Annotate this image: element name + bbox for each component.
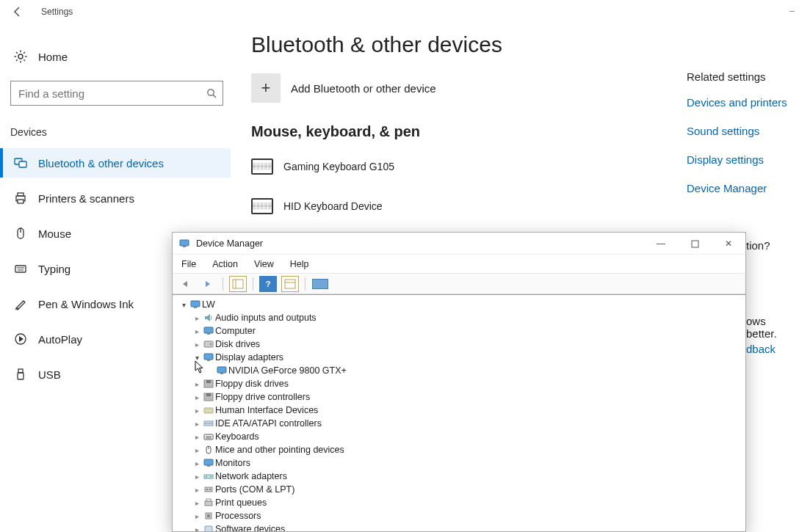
maximize-button[interactable] <box>678 233 712 255</box>
tree-item[interactable]: Print queues <box>178 496 745 509</box>
svg-rect-45 <box>206 393 211 396</box>
caret-right-icon[interactable] <box>192 433 202 441</box>
tb-scan-button[interactable] <box>311 276 329 292</box>
tree-item[interactable]: IDE ATA/ATAPI controllers <box>178 417 745 430</box>
nav-printers-scanners[interactable]: Printers & scanners <box>0 183 231 213</box>
main-content: Bluetooth & other devices + Add Bluetoot… <box>251 32 662 230</box>
caret-right-icon[interactable] <box>192 314 202 322</box>
tree-item[interactable]: Display adapters <box>178 351 745 364</box>
menu-action[interactable]: Action <box>212 259 238 269</box>
tree-item[interactable]: Human Interface Devices <box>178 404 745 417</box>
nav-bluetooth-devices[interactable]: Bluetooth & other devices <box>0 148 231 178</box>
svg-rect-55 <box>207 465 210 467</box>
home-label: Home <box>38 51 68 63</box>
floppy-ctrl-icon <box>202 391 215 403</box>
caret-icon[interactable] <box>178 301 189 309</box>
related-settings: Related settings Devices and printers So… <box>687 70 797 211</box>
svg-line-5 <box>16 52 18 54</box>
caret-right-icon[interactable] <box>192 525 202 532</box>
tree-item[interactable]: Ports (COM & LPT) <box>178 483 745 496</box>
link-sound-settings[interactable]: Sound settings <box>687 125 797 137</box>
tb-properties-button[interactable] <box>281 276 299 292</box>
tree-item[interactable]: Computer <box>178 324 745 338</box>
tree-item-label: Monitors <box>215 458 250 468</box>
tree-root[interactable]: LW <box>178 298 745 311</box>
search-box[interactable] <box>10 81 223 106</box>
caret-right-icon[interactable] <box>192 499 202 507</box>
caret-down-icon[interactable] <box>192 354 202 362</box>
tree-item[interactable]: Monitors <box>178 456 745 470</box>
nav-group-header: Devices <box>10 126 231 138</box>
tree-item[interactable]: Audio inputs and outputs <box>178 311 745 324</box>
nav-item-label: Typing <box>38 263 70 275</box>
home-button[interactable]: Home <box>10 41 231 72</box>
tree-item-label: Human Interface Devices <box>215 405 318 415</box>
tb-help-button[interactable]: ? <box>259 276 277 292</box>
tree-item[interactable]: Network adapters <box>178 470 745 483</box>
svg-rect-34 <box>204 327 213 333</box>
device-row[interactable]: ░░░░░░░░░░ Gaming Keyboard G105 <box>251 150 662 183</box>
display-icon <box>202 351 215 363</box>
typing-icon <box>13 261 28 276</box>
svg-rect-18 <box>15 266 26 272</box>
minimize-button[interactable]: — <box>644 233 678 255</box>
audio-icon <box>202 312 215 324</box>
menu-file[interactable]: File <box>181 259 196 269</box>
svg-rect-43 <box>206 380 211 383</box>
close-button[interactable]: ✕ <box>712 233 745 255</box>
caret-right-icon[interactable] <box>192 486 202 494</box>
tb-back-button[interactable] <box>177 276 195 292</box>
tree-item[interactable]: Processors <box>178 509 745 522</box>
tree-item[interactable]: Disk drives <box>178 338 745 351</box>
menu-help[interactable]: Help <box>290 259 309 269</box>
link-display-settings[interactable]: Display settings <box>687 153 797 166</box>
tree-item-label: Processors <box>215 511 261 521</box>
svg-rect-46 <box>204 408 213 413</box>
svg-point-58 <box>210 476 212 478</box>
tree-item[interactable]: Floppy drive controllers <box>178 390 745 404</box>
search-input[interactable] <box>17 87 206 101</box>
svg-rect-32 <box>191 301 200 307</box>
dm-titlebar[interactable]: Device Manager — ✕ <box>173 233 745 255</box>
tree-item-label: Mice and other pointing devices <box>215 445 344 455</box>
tree-item-label: Audio inputs and outputs <box>215 313 317 323</box>
tree-item[interactable]: Floppy disk drives <box>178 377 745 390</box>
caret-right-icon[interactable] <box>192 446 202 454</box>
tb-forward-button[interactable] <box>199 276 217 292</box>
caret-right-icon[interactable] <box>192 327 202 335</box>
add-device-label: Add Bluetooth or other device <box>291 82 436 95</box>
bluetooth-devices-icon <box>13 156 28 170</box>
dm-menubar: File Action View Help <box>173 255 745 274</box>
caret-right-icon[interactable] <box>192 512 202 520</box>
occluded-feedback-link[interactable]: dback <box>746 343 799 355</box>
tree-item[interactable]: NVIDIA GeForce 9800 GTX+ <box>178 364 745 377</box>
device-row[interactable]: ░░░░░░░░░░ HID Keyboard Device <box>251 190 662 222</box>
dm-tree[interactable]: LW Audio inputs and outputsComputerDisk … <box>173 294 745 531</box>
nav-item-label: USB <box>38 368 61 381</box>
floppy-icon <box>202 378 215 390</box>
tb-show-hide-tree-button[interactable] <box>229 276 247 292</box>
add-device-button[interactable]: + Add Bluetooth or other device <box>251 73 662 103</box>
tree-item[interactable]: Keyboards <box>178 430 745 443</box>
menu-view[interactable]: View <box>254 259 274 269</box>
link-device-manager[interactable]: Device Manager <box>687 182 797 194</box>
link-devices-printers[interactable]: Devices and printers <box>687 96 797 109</box>
tree-item[interactable]: Mice and other pointing devices <box>178 443 745 456</box>
svg-line-10 <box>213 95 216 98</box>
caret-right-icon[interactable] <box>192 420 202 428</box>
tree-item[interactable]: Software devices <box>178 522 745 531</box>
caret-right-icon[interactable] <box>192 407 202 415</box>
back-button[interactable] <box>6 0 29 23</box>
autoplay-icon <box>13 332 28 346</box>
caret-right-icon[interactable] <box>192 473 202 481</box>
svg-rect-26 <box>183 246 186 247</box>
caret-right-icon[interactable] <box>192 340 202 349</box>
caret-right-icon[interactable] <box>192 393 202 401</box>
svg-rect-65 <box>207 514 210 517</box>
page-title: Bluetooth & other devices <box>251 32 662 57</box>
caret-right-icon[interactable] <box>192 459 202 467</box>
svg-rect-62 <box>205 501 212 506</box>
disk-icon <box>202 338 215 350</box>
caret-right-icon[interactable] <box>192 380 202 388</box>
svg-rect-23 <box>18 369 23 373</box>
